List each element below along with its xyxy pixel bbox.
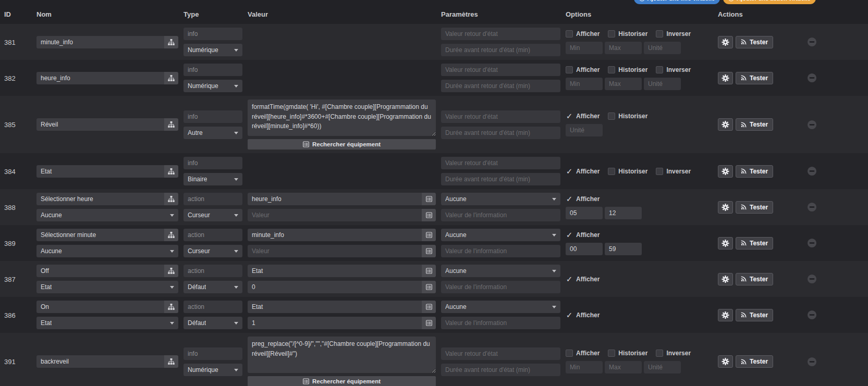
command-kind-input[interactable] xyxy=(184,347,242,360)
choose-icon-button[interactable] xyxy=(164,355,178,368)
option-afficher[interactable]: Afficher xyxy=(566,30,600,38)
checkbox-historiser[interactable] xyxy=(608,350,615,357)
checkbox-afficher[interactable] xyxy=(566,30,573,38)
return-state-delay-input[interactable] xyxy=(441,364,560,376)
max-input[interactable] xyxy=(605,78,642,90)
command-kind-input[interactable] xyxy=(184,193,242,205)
configuration-button[interactable] xyxy=(718,309,733,321)
target-info-input[interactable] xyxy=(248,301,422,313)
checkbox-historiser[interactable] xyxy=(608,113,615,120)
min-input[interactable] xyxy=(566,243,603,255)
choose-icon-button[interactable] xyxy=(164,301,178,313)
tester-button[interactable]: Tester xyxy=(736,355,773,368)
tester-button[interactable]: Tester xyxy=(736,36,773,48)
information-value-input[interactable] xyxy=(441,317,560,329)
remove-command-button[interactable] xyxy=(807,310,817,320)
option-afficher[interactable]: ✓Afficher xyxy=(566,231,600,239)
command-subtype-select[interactable]: Numérique xyxy=(184,80,242,92)
value-formula-textarea[interactable] xyxy=(248,337,436,373)
search-equipment-button[interactable]: Rechercher équipement xyxy=(248,376,436,386)
min-input[interactable] xyxy=(566,361,603,373)
pick-value-button[interactable] xyxy=(422,281,436,293)
pick-value-button[interactable] xyxy=(422,193,436,205)
pick-value-button[interactable] xyxy=(422,245,436,257)
checkbox-afficher[interactable]: ✓ xyxy=(566,231,573,239)
param-feedback-select[interactable]: Aucune xyxy=(441,301,560,313)
command-kind-input[interactable] xyxy=(184,157,242,169)
command-name-input[interactable] xyxy=(36,265,164,277)
pick-value-button[interactable] xyxy=(422,209,436,221)
option-inverser[interactable]: Inverser xyxy=(656,66,691,73)
unite-input[interactable] xyxy=(644,361,681,373)
max-input[interactable] xyxy=(605,243,642,255)
option-historiser[interactable]: Historiser xyxy=(608,350,647,357)
remove-command-button[interactable] xyxy=(807,120,817,130)
return-state-value-input[interactable] xyxy=(441,64,560,76)
checkbox-afficher[interactable] xyxy=(566,66,573,73)
choose-icon-button[interactable] xyxy=(164,265,178,277)
option-afficher[interactable]: Afficher xyxy=(566,350,600,357)
checkbox-historiser[interactable] xyxy=(608,30,615,38)
linked-state-select[interactable]: Etat xyxy=(36,317,178,329)
action-value-input[interactable] xyxy=(248,245,422,257)
option-afficher[interactable]: Afficher xyxy=(566,66,600,73)
option-afficher[interactable]: ✓Afficher xyxy=(566,113,600,120)
return-state-delay-input[interactable] xyxy=(441,44,560,56)
checkbox-inverser[interactable] xyxy=(656,168,663,175)
command-kind-input[interactable] xyxy=(184,265,242,277)
linked-state-select[interactable]: Aucune xyxy=(36,245,178,257)
target-info-input[interactable] xyxy=(248,265,422,277)
option-historiser[interactable]: Historiser xyxy=(608,168,647,175)
information-value-input[interactable] xyxy=(441,209,560,221)
checkbox-afficher[interactable]: ✓ xyxy=(566,312,573,319)
return-state-delay-input[interactable] xyxy=(441,173,560,185)
command-kind-input[interactable] xyxy=(184,28,242,40)
configuration-button[interactable] xyxy=(718,36,733,48)
option-afficher[interactable]: ✓Afficher xyxy=(566,276,600,283)
param-feedback-select[interactable]: Aucune xyxy=(441,193,560,205)
choose-icon-button[interactable] xyxy=(164,36,178,48)
pick-value-button[interactable] xyxy=(422,229,436,241)
choose-icon-button[interactable] xyxy=(164,118,178,131)
command-kind-input[interactable] xyxy=(184,301,242,313)
command-name-input[interactable] xyxy=(36,165,164,178)
remove-command-button[interactable] xyxy=(807,166,817,176)
remove-command-button[interactable] xyxy=(807,274,817,284)
command-name-input[interactable] xyxy=(36,72,164,84)
return-state-delay-input[interactable] xyxy=(441,127,560,139)
configuration-button[interactable] xyxy=(718,118,733,131)
remove-command-button[interactable] xyxy=(807,238,817,248)
max-input[interactable] xyxy=(605,42,642,54)
command-name-input[interactable] xyxy=(36,229,164,241)
param-feedback-select[interactable]: Aucune xyxy=(441,265,560,277)
add-virtual-action-button[interactable]: Ajouter une action virtuelle xyxy=(723,0,816,4)
checkbox-inverser[interactable] xyxy=(656,66,663,73)
remove-command-button[interactable] xyxy=(807,73,817,83)
command-kind-input[interactable] xyxy=(184,64,242,76)
configuration-button[interactable] xyxy=(718,165,733,178)
choose-icon-button[interactable] xyxy=(164,229,178,241)
command-subtype-select[interactable]: Défaut xyxy=(184,317,242,329)
return-state-value-input[interactable] xyxy=(441,28,560,40)
option-historiser[interactable]: Historiser xyxy=(608,30,647,38)
max-input[interactable] xyxy=(605,207,642,219)
command-subtype-select[interactable]: Curseur xyxy=(184,209,242,221)
command-name-input[interactable] xyxy=(36,301,164,313)
configuration-button[interactable] xyxy=(718,201,733,214)
pick-value-button[interactable] xyxy=(422,317,436,329)
information-value-input[interactable] xyxy=(441,245,560,257)
checkbox-afficher[interactable]: ✓ xyxy=(566,113,573,120)
choose-icon-button[interactable] xyxy=(164,72,178,84)
information-value-input[interactable] xyxy=(441,281,560,293)
remove-command-button[interactable] xyxy=(807,357,817,367)
unite-input[interactable] xyxy=(644,42,681,54)
min-input[interactable] xyxy=(566,78,603,90)
configuration-button[interactable] xyxy=(718,72,733,84)
option-historiser[interactable]: Historiser xyxy=(608,66,647,73)
unite-input[interactable] xyxy=(644,78,681,90)
command-name-input[interactable] xyxy=(36,36,164,48)
tester-button[interactable]: Tester xyxy=(736,72,773,84)
choose-icon-button[interactable] xyxy=(164,165,178,178)
checkbox-historiser[interactable] xyxy=(608,168,615,175)
tester-button[interactable]: Tester xyxy=(736,118,773,131)
